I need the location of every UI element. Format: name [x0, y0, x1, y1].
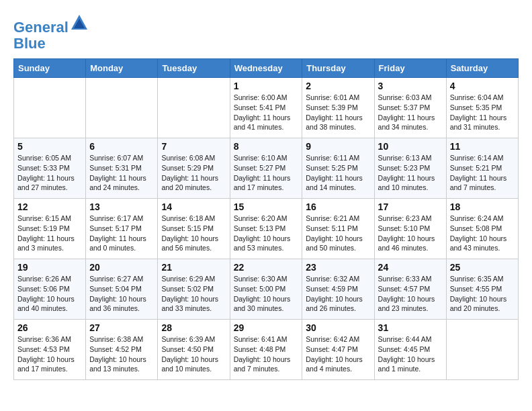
- day-cell: 15Sunrise: 6:20 AM Sunset: 5:13 PM Dayli…: [230, 199, 302, 259]
- day-info: Sunrise: 6:03 AM Sunset: 5:37 PM Dayligh…: [378, 93, 443, 132]
- day-cell: [86, 78, 158, 138]
- day-number: 29: [234, 322, 299, 333]
- day-cell: 10Sunrise: 6:13 AM Sunset: 5:23 PM Dayli…: [374, 138, 446, 199]
- logo-blue: Blue: [13, 36, 89, 52]
- week-row-3: 12Sunrise: 6:15 AM Sunset: 5:19 PM Dayli…: [14, 199, 519, 259]
- day-info: Sunrise: 6:23 AM Sunset: 5:10 PM Dayligh…: [378, 214, 443, 253]
- week-row-2: 5Sunrise: 6:05 AM Sunset: 5:33 PM Daylig…: [14, 138, 519, 199]
- day-number: 27: [89, 322, 154, 333]
- day-info: Sunrise: 6:18 AM Sunset: 5:15 PM Dayligh…: [161, 214, 226, 253]
- day-cell: 31Sunrise: 6:44 AM Sunset: 4:45 PM Dayli…: [374, 320, 446, 380]
- weekday-header-monday: Monday: [86, 59, 158, 78]
- logo-text: General: [13, 13, 89, 36]
- day-number: 21: [161, 262, 226, 273]
- day-info: Sunrise: 6:36 AM Sunset: 4:53 PM Dayligh…: [17, 334, 82, 374]
- day-cell: 26Sunrise: 6:36 AM Sunset: 4:53 PM Dayli…: [14, 320, 86, 380]
- day-cell: 1Sunrise: 6:00 AM Sunset: 5:41 PM Daylig…: [230, 78, 302, 138]
- day-number: 31: [378, 322, 443, 333]
- day-info: Sunrise: 6:44 AM Sunset: 4:45 PM Dayligh…: [378, 334, 443, 374]
- day-info: Sunrise: 6:04 AM Sunset: 5:35 PM Dayligh…: [450, 93, 515, 132]
- day-info: Sunrise: 6:10 AM Sunset: 5:27 PM Dayligh…: [234, 153, 299, 193]
- day-info: Sunrise: 6:13 AM Sunset: 5:23 PM Dayligh…: [378, 153, 443, 193]
- day-number: 19: [17, 262, 82, 273]
- day-cell: 27Sunrise: 6:38 AM Sunset: 4:52 PM Dayli…: [86, 320, 158, 380]
- logo: General Blue: [13, 13, 89, 52]
- day-number: 8: [234, 141, 299, 152]
- weekday-header-wednesday: Wednesday: [230, 59, 302, 78]
- day-number: 15: [234, 201, 299, 212]
- day-number: 28: [161, 322, 226, 333]
- day-number: 14: [161, 201, 226, 212]
- day-cell: 2Sunrise: 6:01 AM Sunset: 5:39 PM Daylig…: [302, 78, 374, 138]
- week-row-4: 19Sunrise: 6:26 AM Sunset: 5:06 PM Dayli…: [14, 259, 519, 320]
- day-info: Sunrise: 6:42 AM Sunset: 4:47 PM Dayligh…: [306, 334, 370, 374]
- day-number: 6: [89, 141, 154, 152]
- day-cell: 25Sunrise: 6:35 AM Sunset: 4:55 PM Dayli…: [446, 259, 518, 320]
- day-number: 11: [450, 141, 515, 152]
- logo-icon: [70, 13, 89, 32]
- day-cell: [158, 78, 230, 138]
- day-number: 20: [89, 262, 154, 273]
- day-cell: 19Sunrise: 6:26 AM Sunset: 5:06 PM Dayli…: [14, 259, 86, 320]
- weekday-header-tuesday: Tuesday: [158, 59, 230, 78]
- day-number: 18: [450, 201, 515, 212]
- day-info: Sunrise: 6:39 AM Sunset: 4:50 PM Dayligh…: [161, 334, 226, 374]
- day-info: Sunrise: 6:26 AM Sunset: 5:06 PM Dayligh…: [17, 274, 82, 314]
- day-info: Sunrise: 6:33 AM Sunset: 4:57 PM Dayligh…: [378, 274, 443, 314]
- day-number: 13: [89, 201, 154, 212]
- day-cell: 21Sunrise: 6:29 AM Sunset: 5:02 PM Dayli…: [158, 259, 230, 320]
- weekday-header-sunday: Sunday: [14, 59, 86, 78]
- day-cell: 8Sunrise: 6:10 AM Sunset: 5:27 PM Daylig…: [230, 138, 302, 199]
- day-info: Sunrise: 6:30 AM Sunset: 5:00 PM Dayligh…: [234, 274, 299, 314]
- day-cell: 14Sunrise: 6:18 AM Sunset: 5:15 PM Dayli…: [158, 199, 230, 259]
- day-number: 22: [234, 262, 299, 273]
- day-number: 23: [306, 262, 370, 273]
- day-number: 10: [378, 141, 443, 152]
- day-info: Sunrise: 6:11 AM Sunset: 5:25 PM Dayligh…: [306, 153, 370, 193]
- day-cell: 5Sunrise: 6:05 AM Sunset: 5:33 PM Daylig…: [14, 138, 86, 199]
- day-info: Sunrise: 6:07 AM Sunset: 5:31 PM Dayligh…: [89, 153, 154, 193]
- day-cell: 20Sunrise: 6:27 AM Sunset: 5:04 PM Dayli…: [86, 259, 158, 320]
- day-cell: 17Sunrise: 6:23 AM Sunset: 5:10 PM Dayli…: [374, 199, 446, 259]
- day-info: Sunrise: 6:20 AM Sunset: 5:13 PM Dayligh…: [234, 214, 299, 253]
- day-number: 2: [306, 81, 370, 91]
- day-number: 4: [450, 81, 515, 91]
- day-cell: 29Sunrise: 6:41 AM Sunset: 4:48 PM Dayli…: [230, 320, 302, 380]
- day-info: Sunrise: 6:38 AM Sunset: 4:52 PM Dayligh…: [89, 334, 154, 374]
- day-cell: 9Sunrise: 6:11 AM Sunset: 5:25 PM Daylig…: [302, 138, 374, 199]
- day-info: Sunrise: 6:00 AM Sunset: 5:41 PM Dayligh…: [234, 93, 299, 132]
- day-number: 3: [378, 81, 443, 91]
- day-cell: 12Sunrise: 6:15 AM Sunset: 5:19 PM Dayli…: [14, 199, 86, 259]
- day-number: 7: [161, 141, 226, 152]
- header: General Blue: [13, 13, 519, 52]
- weekday-header-friday: Friday: [374, 59, 446, 78]
- day-cell: 7Sunrise: 6:08 AM Sunset: 5:29 PM Daylig…: [158, 138, 230, 199]
- day-cell: 4Sunrise: 6:04 AM Sunset: 5:35 PM Daylig…: [446, 78, 518, 138]
- day-number: 17: [378, 201, 443, 212]
- day-number: 5: [17, 141, 82, 152]
- day-number: 1: [234, 81, 299, 91]
- week-row-1: 1Sunrise: 6:00 AM Sunset: 5:41 PM Daylig…: [14, 78, 519, 138]
- day-cell: 24Sunrise: 6:33 AM Sunset: 4:57 PM Dayli…: [374, 259, 446, 320]
- logo-general: General: [13, 19, 69, 36]
- day-cell: 28Sunrise: 6:39 AM Sunset: 4:50 PM Dayli…: [158, 320, 230, 380]
- day-cell: 13Sunrise: 6:17 AM Sunset: 5:17 PM Dayli…: [86, 199, 158, 259]
- calendar-page: General Blue SundayMondayTuesdayWednesda…: [0, 0, 532, 387]
- day-info: Sunrise: 6:35 AM Sunset: 4:55 PM Dayligh…: [450, 274, 515, 314]
- day-info: Sunrise: 6:24 AM Sunset: 5:08 PM Dayligh…: [450, 214, 515, 253]
- day-cell: [446, 320, 518, 380]
- day-info: Sunrise: 6:27 AM Sunset: 5:04 PM Dayligh…: [89, 274, 154, 314]
- day-info: Sunrise: 6:05 AM Sunset: 5:33 PM Dayligh…: [17, 153, 82, 193]
- day-number: 16: [306, 201, 370, 212]
- day-info: Sunrise: 6:15 AM Sunset: 5:19 PM Dayligh…: [17, 214, 82, 253]
- day-info: Sunrise: 6:08 AM Sunset: 5:29 PM Dayligh…: [161, 153, 226, 193]
- day-cell: 16Sunrise: 6:21 AM Sunset: 5:11 PM Dayli…: [302, 199, 374, 259]
- day-cell: [14, 78, 86, 138]
- day-info: Sunrise: 6:21 AM Sunset: 5:11 PM Dayligh…: [306, 214, 370, 253]
- day-number: 24: [378, 262, 443, 273]
- day-info: Sunrise: 6:32 AM Sunset: 4:59 PM Dayligh…: [306, 274, 370, 314]
- day-cell: 3Sunrise: 6:03 AM Sunset: 5:37 PM Daylig…: [374, 78, 446, 138]
- day-info: Sunrise: 6:41 AM Sunset: 4:48 PM Dayligh…: [234, 334, 299, 374]
- day-cell: 6Sunrise: 6:07 AM Sunset: 5:31 PM Daylig…: [86, 138, 158, 199]
- day-cell: 30Sunrise: 6:42 AM Sunset: 4:47 PM Dayli…: [302, 320, 374, 380]
